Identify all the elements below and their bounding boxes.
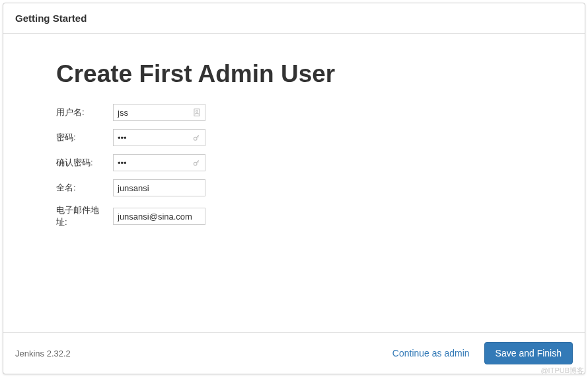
email-input[interactable] bbox=[113, 208, 205, 225]
header-title: Getting Started bbox=[15, 13, 573, 24]
save-and-finish-button[interactable]: Save and Finish bbox=[484, 342, 573, 364]
password-input[interactable] bbox=[113, 129, 205, 146]
version-label: Jenkins 2.32.2 bbox=[15, 349, 71, 358]
confirm-password-input[interactable] bbox=[113, 154, 205, 171]
fullname-input[interactable] bbox=[113, 179, 205, 196]
watermark: @ITPUB博客 bbox=[540, 366, 584, 376]
fullname-label: 全名: bbox=[56, 182, 113, 194]
form-row-email: 电子邮件地址: bbox=[56, 204, 532, 228]
modal-content: Create First Admin User 用户名: 密码: 确认密码: bbox=[3, 34, 585, 332]
setup-wizard-modal: Getting Started Create First Admin User … bbox=[3, 3, 585, 374]
continue-as-admin-button[interactable]: Continue as admin bbox=[383, 343, 479, 364]
form-row-password: 密码: bbox=[56, 129, 532, 146]
form-row-confirm-password: 确认密码: bbox=[56, 154, 532, 171]
password-label: 密码: bbox=[56, 132, 113, 144]
username-input[interactable] bbox=[113, 104, 205, 121]
page-title: Create First Admin User bbox=[56, 60, 532, 88]
username-label: 用户名: bbox=[56, 106, 113, 118]
form-row-username: 用户名: bbox=[56, 104, 532, 121]
email-label: 电子邮件地址: bbox=[56, 204, 113, 228]
confirm-password-label: 确认密码: bbox=[56, 157, 113, 169]
modal-footer: Jenkins 2.32.2 Continue as admin Save an… bbox=[3, 332, 585, 374]
form-row-fullname: 全名: bbox=[56, 179, 532, 196]
modal-header: Getting Started bbox=[3, 3, 585, 34]
